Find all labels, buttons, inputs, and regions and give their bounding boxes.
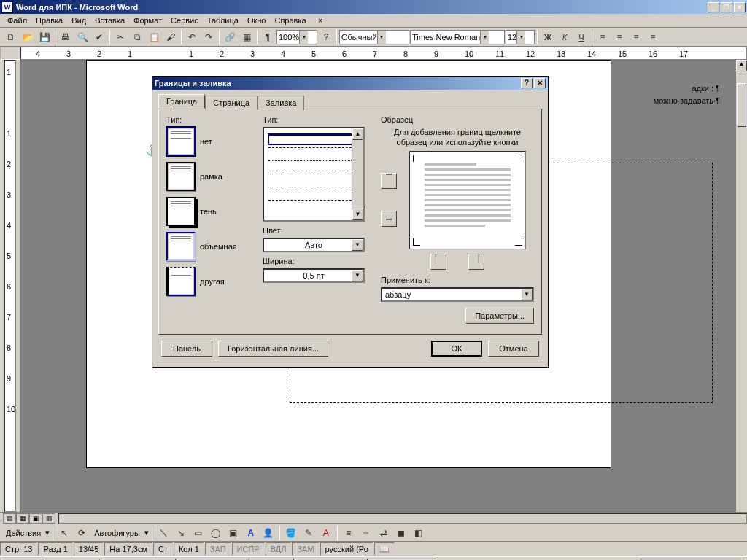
wordart-icon[interactable]: A (243, 525, 259, 541)
normal-view-icon[interactable]: ▤ (3, 513, 16, 524)
show-toolbar-button[interactable]: Панель (161, 341, 212, 357)
preview-box[interactable] (409, 151, 526, 249)
cancel-button[interactable]: Отмена (488, 341, 539, 357)
linestyle-listbox[interactable]: ▲▼ (263, 127, 365, 222)
border-left-button[interactable]: ▏ (430, 254, 446, 270)
tab-shading[interactable]: Заливка (258, 96, 304, 110)
line-style-icon[interactable]: ≡ (341, 525, 357, 541)
status-book-icon[interactable]: 📖 (374, 542, 395, 556)
open-icon[interactable]: 📂 (20, 29, 36, 45)
setting-custom[interactable]: другая (166, 267, 254, 296)
setting-shadow[interactable]: тень (166, 197, 254, 226)
font-combo[interactable]: Times New Roman▾ (410, 30, 505, 44)
line-icon[interactable]: ＼ (155, 525, 171, 541)
autoshapes-menu[interactable]: Автофигуры (91, 529, 143, 537)
horizontal-scrollbar[interactable] (58, 513, 747, 524)
3d-icon[interactable]: ◧ (411, 525, 427, 541)
scroll-up-icon[interactable]: ▲ (736, 60, 747, 71)
oval-icon[interactable]: ◯ (208, 525, 224, 541)
border-right-button[interactable]: ▕ (468, 254, 484, 270)
dialog-close-button[interactable]: ✕ (534, 78, 546, 88)
line-color-icon[interactable]: ✎ (301, 525, 317, 541)
setting-3d[interactable]: объемная (166, 232, 254, 261)
paste-icon[interactable]: 📋 (146, 29, 162, 45)
options-button[interactable]: Параметры... (465, 308, 534, 324)
doc-close-icon[interactable]: × (314, 15, 324, 26)
show-marks-icon[interactable]: ¶ (260, 29, 276, 45)
menu-format[interactable]: Формат (129, 15, 166, 26)
align-justify-icon[interactable]: ≡ (645, 29, 661, 45)
scroll-thumb[interactable] (737, 83, 746, 127)
menu-insert[interactable]: Вставка (90, 15, 129, 26)
scroll-up-icon[interactable]: ▲ (352, 128, 363, 140)
arrow-style-icon[interactable]: ⇄ (376, 525, 392, 541)
taskbar: 🪟 Пуск e ✉ 🖥 ✉ Subscribe.Ru ... e Форум … (0, 556, 747, 560)
print-view-icon[interactable]: ▣ (29, 513, 42, 524)
clipart-icon[interactable]: 👤 (260, 525, 276, 541)
font-color-icon[interactable]: A (318, 525, 334, 541)
bold-icon[interactable]: Ж (540, 29, 556, 45)
setting-none[interactable]: нет (166, 127, 254, 156)
close-button[interactable]: ✕ (734, 2, 746, 12)
shadow-icon[interactable]: ◼ (393, 525, 409, 541)
vertical-ruler[interactable]: 112345678910 (0, 60, 20, 512)
menu-table[interactable]: Таблица (203, 15, 243, 26)
body-text: адки : ¶ можно·задавать·¶ (603, 82, 720, 107)
dialog-titlebar[interactable]: Границы и заливка ? ✕ (152, 77, 548, 90)
width-label: Ширина: (263, 257, 372, 265)
horizontal-line-button[interactable]: Горизонтальная линия... (218, 341, 328, 357)
arrow-icon[interactable]: ↘ (173, 525, 189, 541)
tab-page[interactable]: Страница (205, 96, 258, 110)
web-view-icon[interactable]: ▦ (16, 513, 29, 524)
style-combo[interactable]: Обычный▾ (339, 30, 409, 44)
menu-tools[interactable]: Сервис (166, 15, 203, 26)
scroll-down-icon[interactable]: ▼ (352, 209, 363, 220)
menu-window[interactable]: Окно (243, 15, 271, 26)
new-doc-icon[interactable]: 🗋 (3, 29, 19, 45)
select-icon[interactable]: ↖ (56, 525, 72, 541)
fontsize-combo[interactable]: 12▾ (506, 30, 535, 44)
save-icon[interactable]: 💾 (36, 29, 53, 45)
outline-view-icon[interactable]: ▥ (42, 513, 55, 524)
spell-icon[interactable]: ✔ (91, 29, 107, 45)
print-icon[interactable]: 🖶 (58, 29, 74, 45)
width-combo[interactable]: 0,5 пт▼ (263, 268, 365, 283)
italic-icon[interactable]: К (557, 29, 573, 45)
apply-to-combo[interactable]: абзацу▼ (381, 287, 534, 302)
vertical-scrollbar[interactable]: ▲ (735, 60, 747, 512)
menu-file[interactable]: Файл (3, 15, 31, 26)
undo-icon[interactable]: ↶ (184, 29, 200, 45)
setting-box[interactable]: рамка (166, 162, 254, 191)
border-top-button[interactable]: ▔ (381, 173, 397, 189)
textbox-icon[interactable]: ▣ (225, 525, 241, 541)
tab-border[interactable]: Граница (158, 94, 205, 109)
rect-icon[interactable]: ▭ (190, 525, 206, 541)
border-bottom-button[interactable]: ▁ (381, 211, 397, 227)
underline-icon[interactable]: Ч (573, 29, 589, 45)
menu-view[interactable]: Вид (67, 15, 90, 26)
tables-borders-icon[interactable]: ▦ (239, 29, 255, 45)
cut-icon[interactable]: ✂ (112, 29, 128, 45)
align-left-icon[interactable]: ≡ (595, 29, 611, 45)
zoom-combo[interactable]: 100%▾ (276, 30, 317, 44)
copy-icon[interactable]: ⧉ (129, 29, 145, 45)
menu-help[interactable]: Справка (270, 15, 310, 26)
menu-edit[interactable]: Правка (31, 15, 67, 26)
horizontal-ruler[interactable]: 43211234567891011121314151617 (0, 47, 747, 60)
help-icon[interactable]: ? (318, 29, 334, 45)
rotate-icon[interactable]: ⟳ (74, 525, 90, 541)
color-combo[interactable]: Авто▼ (263, 238, 365, 252)
format-painter-icon[interactable]: 🖌 (163, 29, 179, 45)
align-right-icon[interactable]: ≡ (628, 29, 644, 45)
dialog-help-button[interactable]: ? (521, 78, 533, 88)
dash-style-icon[interactable]: ┄ (358, 525, 374, 541)
preview-icon[interactable]: 🔍 (74, 29, 90, 45)
actions-menu[interactable]: Действия (3, 529, 44, 537)
fill-color-icon[interactable]: 🪣 (283, 525, 299, 541)
hyperlink-icon[interactable]: 🔗 (222, 29, 238, 45)
minimize-button[interactable]: _ (708, 2, 719, 12)
redo-icon[interactable]: ↷ (201, 29, 217, 45)
restore-button[interactable]: ❐ (721, 2, 732, 12)
align-center-icon[interactable]: ≡ (611, 29, 627, 45)
ok-button[interactable]: ОК (431, 341, 482, 357)
